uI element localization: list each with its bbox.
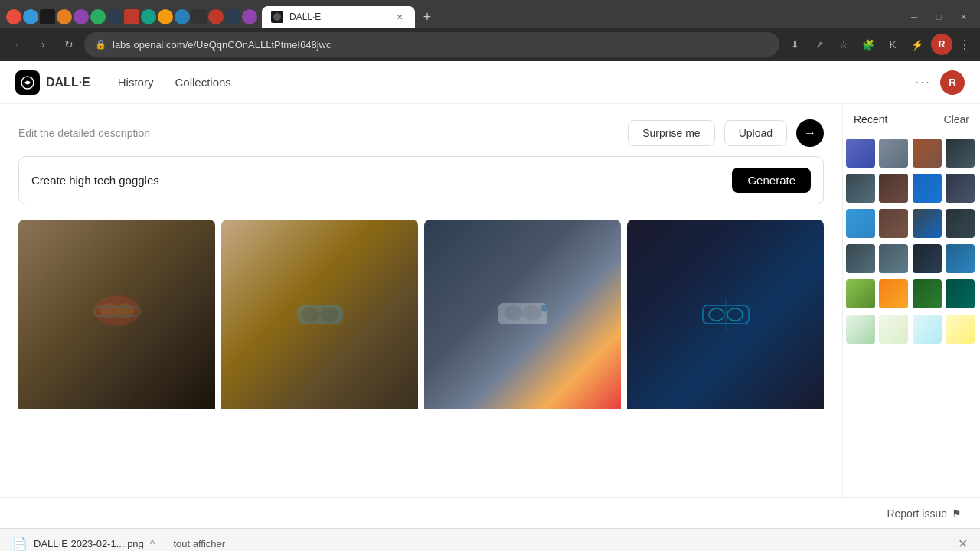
tab-favicon [271,11,283,23]
thumbnail-18[interactable] [879,279,908,308]
app-header: DALL·E History Collections ··· R [0,61,980,104]
extension-button[interactable]: 🧩 [858,34,879,55]
svg-point-0 [273,13,281,21]
thumbnail-21[interactable] [846,315,875,344]
image-cell-2[interactable] [221,220,418,416]
sidebar-recent-label: Recent [854,113,887,126]
thumbnail-row-6 [843,311,980,347]
thumbnail-13[interactable] [846,244,875,273]
thumbnail-1[interactable] [846,139,875,168]
header-avatar[interactable]: R [940,70,965,95]
thumbnail-23[interactable] [913,315,942,344]
new-tab-button[interactable]: + [416,6,438,28]
app-nav: History Collections [109,71,240,93]
thumbnail-row-1 [843,135,980,171]
svg-point-8 [320,307,338,322]
thumbnail-16[interactable] [946,244,975,273]
thumbnail-row-5 [843,276,980,311]
app-header-right: ··· R [915,70,965,95]
nav-collections[interactable]: Collections [165,71,240,93]
favicon-7 [107,9,122,24]
browser-chrome: DALL·E ✕ + ─ □ ✕ ‹ › ↻ 🔒 labs.openai.com… [0,0,980,61]
share-button[interactable]: ↗ [808,34,830,55]
favicon-5 [74,9,89,24]
prompt-input-container[interactable]: Create high tech goggles Generate [18,156,824,204]
nav-history[interactable]: History [109,71,163,93]
download-button[interactable]: ⬇ [784,34,805,55]
thumbnail-17[interactable] [846,279,875,308]
thumbnail-9[interactable] [846,209,875,238]
thumbnail-2[interactable] [879,139,908,168]
main-content: Edit the detailed description Surprise m… [0,104,980,497]
thumbnail-7[interactable] [913,174,942,203]
image-cell-4[interactable] [627,220,824,416]
submit-arrow-button[interactable]: → [796,119,824,147]
image-1 [18,220,215,409]
show-all-downloads-button[interactable]: tout afficher [173,538,225,549]
left-panel: Edit the detailed description Surprise m… [0,104,842,497]
thumbnail-11[interactable] [913,209,942,238]
address-bar[interactable]: 🔒 labs.openai.com/e/UeQqnCOnALLLtPtmeI64… [84,32,779,57]
svg-point-12 [541,305,548,312]
thumbnail-14[interactable] [879,244,908,273]
report-issue-icon: ⚑ [952,507,962,520]
report-issue-link[interactable]: Report issue ⚑ [887,507,962,520]
thumbnail-24[interactable] [946,315,975,344]
download-bar: 📄 DALL·E 2023-02-1....png ^ tout affiche… [0,528,980,551]
tab-close-button[interactable]: ✕ [394,11,406,23]
bookmark-button[interactable]: ☆ [833,34,854,55]
maximize-button[interactable]: □ [928,9,949,24]
prompt-row: Edit the detailed description Surprise m… [18,119,824,147]
thumbnail-19[interactable] [913,279,942,308]
image-cell-1[interactable] [18,220,215,416]
svg-point-10 [505,305,523,321]
thumbnail-10[interactable] [879,209,908,238]
download-expand-button[interactable]: ^ [150,538,155,550]
url-display: labs.openai.com/e/UeQqnCOnALLLtPtmeI648j… [113,39,769,51]
download-bar-close-button[interactable]: ✕ [958,536,968,551]
svg-point-14 [709,308,724,321]
thumbnail-5[interactable] [846,174,875,203]
browser-menu-button[interactable]: ⋮ [956,37,974,52]
favicon-3 [40,9,55,24]
favicon-1 [6,9,21,24]
thumbnail-22[interactable] [879,315,908,344]
close-window-button[interactable]: ✕ [952,9,974,24]
favicon-13 [208,9,224,24]
favicon-4 [57,9,72,24]
surprise-me-button[interactable]: Surprise me [628,120,714,146]
back-button[interactable]: ‹ [6,34,28,55]
thumbnail-20[interactable] [946,279,975,308]
favicon-6 [90,9,106,24]
favicon-11 [175,9,190,24]
generate-button[interactable]: Generate [732,168,811,193]
image-4 [627,220,824,409]
header-more-button[interactable]: ··· [915,74,931,90]
thumbnail-8[interactable] [946,174,975,203]
sidebar-clear-button[interactable]: Clear [944,113,969,126]
right-sidebar: Recent Clear [842,104,980,497]
thumbnail-3[interactable] [913,139,942,168]
active-tab[interactable]: DALL·E ✕ [262,6,415,28]
thumbnail-4[interactable] [946,139,975,168]
svg-point-11 [523,305,541,321]
svg-point-15 [727,308,743,321]
image-cell-3[interactable] [424,220,621,416]
thumbnail-12[interactable] [946,209,975,238]
thumbnail-row-3 [843,206,980,241]
favicon-12 [191,9,207,24]
extensions-icon[interactable]: ⚡ [906,34,928,55]
image-grid [18,220,824,416]
tab-title: DALL·E [289,11,387,22]
thumbnail-15[interactable] [913,244,942,273]
window-controls: ─ □ ✕ [903,9,974,28]
forward-button[interactable]: › [32,34,54,55]
reload-button[interactable]: ↻ [58,34,80,55]
thumbnail-6[interactable] [879,174,908,203]
thumbnail-row-2 [843,171,980,206]
upload-button[interactable]: Upload [724,120,787,146]
minimize-button[interactable]: ─ [903,9,925,24]
profile-button[interactable]: R [931,34,952,55]
toolbar-actions: ⬇ ↗ ☆ 🧩 K ⚡ R ⋮ [784,34,974,55]
favicon-8 [124,9,139,24]
